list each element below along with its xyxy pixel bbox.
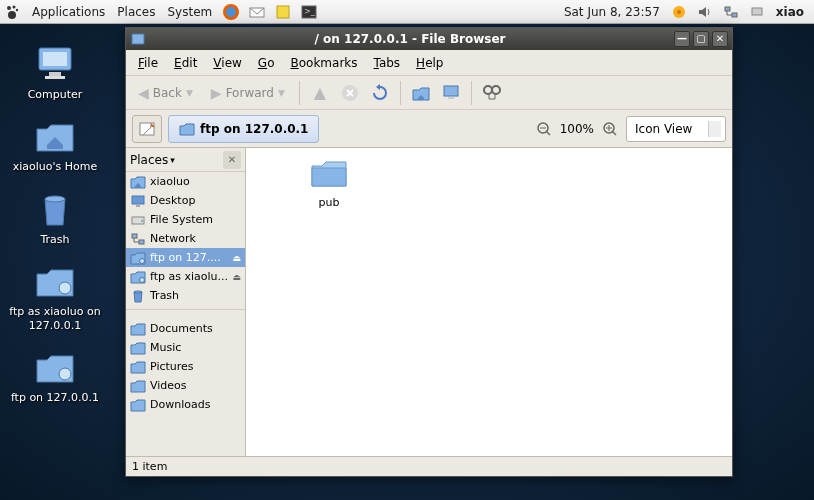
minimize-button[interactable]: — [674, 31, 690, 47]
titlebar[interactable]: / on 127.0.0.1 - File Browser — ▢ ✕ [126, 28, 732, 50]
svg-rect-17 [49, 72, 61, 76]
up-button[interactable]: ▲ [308, 81, 332, 105]
menu-places[interactable]: Places [111, 0, 161, 24]
svg-rect-31 [132, 196, 144, 204]
menu-file[interactable]: File [130, 54, 166, 72]
svg-rect-13 [732, 13, 737, 17]
menu-bookmarks[interactable]: Bookmarks [282, 54, 365, 72]
stop-button[interactable] [338, 81, 362, 105]
icon-view[interactable]: pub [246, 148, 732, 456]
home-button[interactable] [409, 81, 433, 105]
svg-text:>_: >_ [304, 7, 316, 16]
firefox-icon[interactable] [220, 1, 242, 23]
place-item[interactable]: Network [126, 229, 245, 248]
svg-rect-25 [448, 97, 454, 99]
bookmark-label: Music [150, 341, 181, 354]
desktop-icon-ftp-as[interactable]: ftp as xiaoluo on 127.0.0.1 [0, 261, 110, 334]
eject-icon[interactable]: ⏏ [232, 253, 241, 263]
computer-button[interactable] [439, 81, 463, 105]
toggle-location-button[interactable] [132, 115, 162, 143]
svg-rect-24 [444, 86, 458, 96]
clock[interactable]: Sat Jun 8, 23:57 [558, 0, 666, 24]
back-arrow-icon: ◀ [138, 85, 149, 101]
zoom-out-button[interactable] [532, 117, 556, 141]
window-icon [130, 31, 146, 47]
maximize-button[interactable]: ▢ [693, 31, 709, 47]
network-icon[interactable] [720, 1, 742, 23]
status-text: 1 item [132, 460, 167, 473]
chevron-down-icon: ▼ [186, 88, 193, 98]
svg-rect-36 [139, 240, 144, 244]
place-item[interactable]: ftp on 127....⏏ [126, 248, 245, 267]
place-item[interactable]: ftp as xiaolu...⏏ [126, 267, 245, 286]
bookmark-item[interactable]: Downloads [126, 395, 245, 414]
volume-icon[interactable] [694, 1, 716, 23]
desktop-icon-label: ftp as xiaoluo on 127.0.0.1 [0, 305, 110, 334]
bookmark-label: Documents [150, 322, 213, 335]
svg-rect-32 [136, 205, 140, 207]
back-button[interactable]: ◀Back▼ [132, 79, 199, 107]
place-item[interactable]: Desktop [126, 191, 245, 210]
menu-go[interactable]: Go [250, 54, 283, 72]
menu-applications[interactable]: Applications [26, 0, 111, 24]
menu-help[interactable]: Help [408, 54, 451, 72]
svg-point-34 [141, 220, 143, 222]
menu-view[interactable]: View [205, 54, 249, 72]
user-label[interactable]: xiao [770, 0, 810, 24]
eject-icon[interactable]: ⏏ [232, 272, 241, 282]
place-label: Desktop [150, 194, 195, 207]
mail-icon[interactable] [246, 1, 268, 23]
place-label: xiaoluo [150, 175, 190, 188]
toolbar: ◀Back▼ ▶Forward▼ ▲ [126, 76, 732, 110]
sidebar-header[interactable]: Places▾ ✕ [126, 148, 245, 172]
desktop-icon [130, 193, 146, 209]
place-item[interactable]: Trash [126, 286, 245, 305]
forward-button[interactable]: ▶Forward▼ [205, 79, 291, 107]
network-icon [130, 231, 146, 247]
sidebar: Places▾ ✕ xiaoluoDesktopFile SystemNetwo… [126, 148, 246, 456]
update-icon[interactable] [668, 1, 690, 23]
svg-point-5 [226, 7, 236, 17]
sidebar-close-button[interactable]: ✕ [223, 151, 241, 169]
desktop-icon-ftp-on[interactable]: ftp on 127.0.0.1 [0, 347, 110, 405]
folder-pub[interactable]: pub [294, 156, 364, 209]
close-button[interactable]: ✕ [712, 31, 728, 47]
inhibit-icon[interactable] [746, 1, 768, 23]
file-browser-window: / on 127.0.0.1 - File Browser — ▢ ✕ File… [125, 27, 733, 477]
svg-point-0 [7, 6, 11, 10]
svg-rect-7 [277, 6, 289, 18]
svg-rect-12 [725, 7, 730, 11]
folder-remote-icon [179, 122, 195, 136]
place-item[interactable]: xiaoluo [126, 172, 245, 191]
bookmark-item[interactable]: Videos [126, 376, 245, 395]
bookmark-item[interactable]: Pictures [126, 357, 245, 376]
chevron-down-icon: ▼ [278, 88, 285, 98]
desktop-icon-trash[interactable]: Trash [0, 189, 110, 247]
path-button[interactable]: ftp on 127.0.0.1 [168, 115, 319, 143]
terminal-icon[interactable]: >_ [298, 1, 320, 23]
reload-button[interactable] [368, 81, 392, 105]
notes-icon[interactable] [272, 1, 294, 23]
bookmark-item[interactable]: Music [126, 338, 245, 357]
view-mode-select[interactable]: Icon View ▴▾ [626, 116, 726, 142]
place-label: ftp as xiaolu... [150, 270, 228, 283]
svg-point-11 [677, 10, 681, 14]
menu-tabs[interactable]: Tabs [366, 54, 409, 72]
bookmark-item[interactable]: Documents [126, 319, 245, 338]
folder-icon [130, 340, 146, 356]
place-item[interactable]: File System [126, 210, 245, 229]
zoom-in-button[interactable] [598, 117, 622, 141]
search-button[interactable] [480, 81, 504, 105]
menu-system[interactable]: System [161, 0, 218, 24]
desktop-icon-home[interactable]: xiaoluo's Home [0, 116, 110, 174]
menu-edit[interactable]: Edit [166, 54, 205, 72]
desktop-icon-computer[interactable]: Computer [0, 44, 110, 102]
svg-rect-35 [132, 234, 137, 238]
file-label: pub [294, 196, 364, 209]
svg-point-37 [140, 258, 145, 263]
svg-rect-14 [752, 8, 762, 15]
place-label: Network [150, 232, 196, 245]
svg-point-27 [492, 86, 500, 94]
desktop: Computer xiaoluo's Home Trash ftp as xia… [0, 44, 110, 420]
gnome-foot-icon[interactable] [2, 1, 24, 23]
